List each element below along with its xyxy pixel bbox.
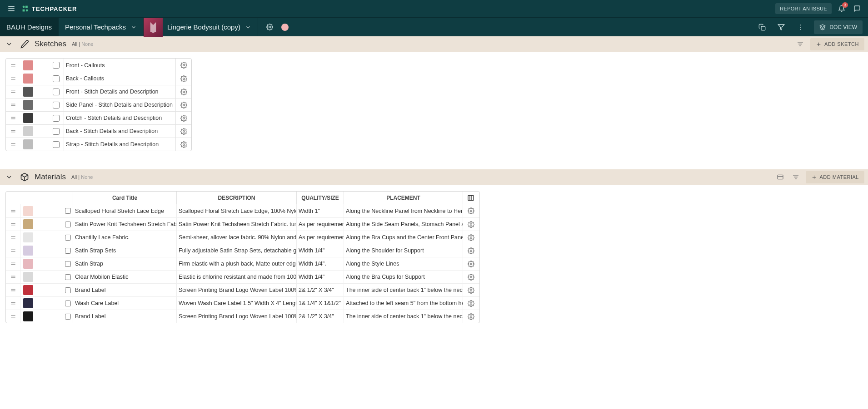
- cell-quality[interactable]: 1& 1/4" X 1&1/2": [297, 297, 344, 310]
- materials-view-button[interactable]: [775, 172, 786, 182]
- drag-handle[interactable]: [6, 138, 20, 151]
- materials-filter[interactable]: All | None: [71, 174, 93, 180]
- docview-button[interactable]: DOC VIEW: [814, 20, 863, 34]
- row-settings-button[interactable]: [176, 125, 191, 138]
- more-button[interactable]: [795, 22, 806, 33]
- materials-sort-button[interactable]: [790, 172, 801, 182]
- cell-description[interactable]: Satin Power Knit Techsheen Stretch Fabri…: [177, 218, 297, 231]
- cell-title[interactable]: Chantilly Lace Fabric.: [73, 231, 177, 244]
- row-title[interactable]: Front - Stitch Details and Description: [64, 85, 176, 98]
- table-row[interactable]: Front - Stitch Details and Description: [6, 85, 191, 98]
- add-sketch-button[interactable]: ADD SKETCH: [810, 38, 864, 50]
- row-settings-button[interactable]: [463, 297, 479, 310]
- row-title[interactable]: Back - Stitch Details and Description: [64, 125, 176, 138]
- add-material-button[interactable]: ADD MATERIAL: [806, 171, 864, 183]
- row-checkbox[interactable]: [65, 313, 71, 320]
- drag-handle[interactable]: [6, 204, 20, 217]
- brand-logo[interactable]: TECHPACKER: [22, 5, 77, 12]
- cell-description[interactable]: Semi-sheer, allover lace fabric. 90% Nyl…: [177, 231, 297, 244]
- cell-title[interactable]: Clear Mobilon Elastic: [73, 271, 177, 283]
- breadcrumb-item[interactable]: Lingerie Bodysuit (copy): [144, 18, 258, 36]
- row-settings-button[interactable]: [176, 59, 191, 72]
- cell-placement[interactable]: Attached to the left seam 5" from the bo…: [344, 297, 463, 310]
- row-settings-button[interactable]: [176, 85, 191, 98]
- drag-handle[interactable]: [6, 112, 20, 124]
- cell-title[interactable]: Satin Power Knit Techsheen Stretch Fabri…: [73, 218, 177, 231]
- cell-quality[interactable]: 2& 1/2" X 3/4": [297, 284, 344, 296]
- row-title[interactable]: Crotch - Stitch Details and Description: [64, 112, 176, 124]
- table-row[interactable]: Wash Care LabelWoven Wash Care Label 1.5…: [6, 296, 479, 310]
- cell-title[interactable]: Brand Label: [73, 284, 177, 296]
- cell-title[interactable]: Wash Care Label: [73, 297, 177, 310]
- row-settings-button[interactable]: [463, 284, 479, 296]
- drag-handle[interactable]: [6, 297, 20, 310]
- table-row[interactable]: Back - Stitch Details and Description: [6, 124, 191, 138]
- table-row[interactable]: Back - Callouts: [6, 72, 191, 85]
- avatar[interactable]: [281, 24, 289, 31]
- drag-handle[interactable]: [6, 310, 20, 323]
- table-row[interactable]: Clear Mobilon ElasticElastic is chlorine…: [6, 270, 479, 283]
- cell-placement[interactable]: Along the Neckline Panel from Neckline t…: [344, 204, 463, 217]
- table-row[interactable]: Side Panel - Stitch Details and Descript…: [6, 98, 191, 111]
- drag-handle[interactable]: [6, 72, 20, 85]
- cell-title[interactable]: Satin Strap: [73, 257, 177, 270]
- cell-quality[interactable]: As per requirement: [297, 231, 344, 244]
- materials-collapse-toggle[interactable]: [4, 172, 15, 182]
- drag-handle[interactable]: [6, 59, 20, 72]
- filter-button[interactable]: [776, 22, 787, 33]
- row-checkbox[interactable]: [65, 234, 71, 241]
- report-issue-button[interactable]: REPORT AN ISSUE: [775, 3, 832, 14]
- cell-placement[interactable]: The inner side of center back 1" below t…: [344, 310, 463, 323]
- row-title[interactable]: Strap - Stitch Details and Description: [64, 138, 176, 151]
- cell-title[interactable]: Brand Label: [73, 310, 177, 323]
- cell-description[interactable]: Firm elastic with a plush back, Matte ou…: [177, 257, 297, 270]
- row-settings-button[interactable]: [463, 244, 479, 257]
- table-row[interactable]: Satin Strap SetsFully adjustable Satin S…: [6, 244, 479, 257]
- row-title[interactable]: Front - Callouts: [64, 59, 176, 72]
- row-checkbox[interactable]: [53, 75, 60, 82]
- cell-placement[interactable]: Along the Shoulder for Support: [344, 244, 463, 257]
- sketches-sort-button[interactable]: [795, 39, 806, 49]
- row-checkbox[interactable]: [65, 221, 71, 228]
- table-row[interactable]: Chantilly Lace Fabric.Semi-sheer, allove…: [6, 231, 479, 244]
- cell-placement[interactable]: Along the Side Seam Panels, Stomach Pane…: [344, 218, 463, 231]
- row-checkbox[interactable]: [53, 89, 60, 95]
- drag-handle[interactable]: [6, 99, 20, 111]
- row-checkbox[interactable]: [53, 62, 60, 69]
- cell-description[interactable]: Elastic is chlorine resistant and made f…: [177, 271, 297, 283]
- row-checkbox[interactable]: [53, 141, 60, 148]
- row-settings-button[interactable]: [176, 72, 191, 85]
- sketches-filter[interactable]: All | None: [72, 41, 94, 47]
- row-title[interactable]: Side Panel - Stitch Details and Descript…: [64, 99, 176, 111]
- cell-description[interactable]: Fully adjustable Satin Strap Sets, detac…: [177, 244, 297, 257]
- row-checkbox[interactable]: [65, 261, 71, 267]
- row-checkbox[interactable]: [53, 115, 60, 122]
- drag-handle[interactable]: [6, 271, 20, 283]
- copy-button[interactable]: [757, 22, 768, 33]
- cell-title[interactable]: Satin Strap Sets: [73, 244, 177, 257]
- drag-handle[interactable]: [6, 244, 20, 257]
- table-row[interactable]: Scalloped Floral Stretch Lace EdgeScallo…: [6, 204, 479, 217]
- notifications-button[interactable]: 3: [836, 3, 847, 14]
- cell-quality[interactable]: 2& 1/2" X 3/4": [297, 310, 344, 323]
- table-row[interactable]: Front - Callouts: [6, 59, 191, 72]
- row-checkbox[interactable]: [65, 207, 71, 214]
- cell-description[interactable]: Screen Printing Brand Logo Woven Label 1…: [177, 310, 297, 323]
- cell-description[interactable]: Woven Wash Care Label 1.5" Width X 4" Le…: [177, 297, 297, 310]
- cell-title[interactable]: Scalloped Floral Stretch Lace Edge: [73, 204, 177, 217]
- breadcrumb-folder[interactable]: Personal Techpacks: [59, 18, 144, 36]
- cell-quality[interactable]: Width 1/4": [297, 244, 344, 257]
- row-settings-button[interactable]: [463, 271, 479, 283]
- col-header-columns[interactable]: [463, 192, 479, 204]
- cell-quality[interactable]: Width 1": [297, 204, 344, 217]
- row-title[interactable]: Back - Callouts: [64, 72, 176, 85]
- row-checkbox[interactable]: [65, 247, 71, 254]
- table-row[interactable]: Crotch - Stitch Details and Description: [6, 111, 191, 124]
- drag-handle[interactable]: [6, 284, 20, 296]
- table-row[interactable]: Brand LabelScreen Printing Brand Logo Wo…: [6, 310, 479, 323]
- row-settings-button[interactable]: [176, 112, 191, 124]
- row-settings-button[interactable]: [463, 231, 479, 244]
- drag-handle[interactable]: [6, 231, 20, 244]
- table-row[interactable]: Strap - Stitch Details and Description: [6, 138, 191, 151]
- cell-description[interactable]: Scalloped Floral Stretch Lace Edge, 100%…: [177, 204, 297, 217]
